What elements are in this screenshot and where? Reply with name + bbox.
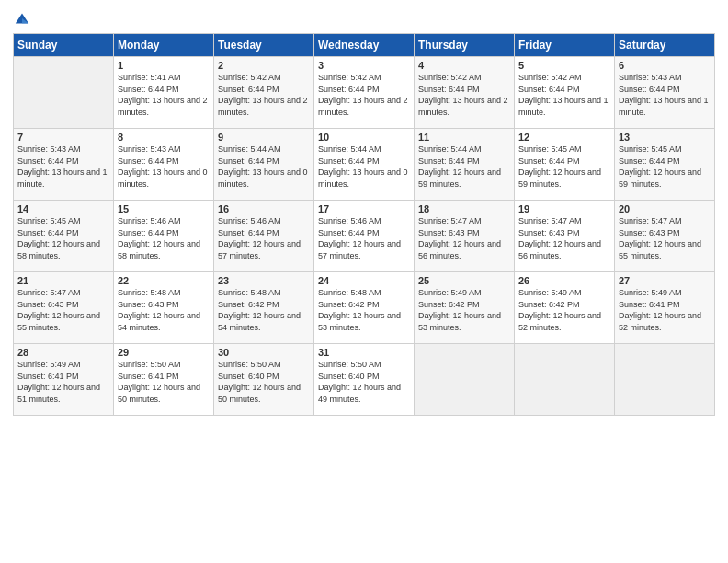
calendar-cell: 21 Sunrise: 5:47 AMSunset: 6:43 PMDaylig…	[14, 272, 114, 344]
day-number: 17	[318, 203, 410, 214]
weekday-header: Tuesday	[214, 34, 314, 57]
cell-text: Sunrise: 5:46 AMSunset: 6:44 PMDaylight:…	[118, 216, 200, 260]
cell-text: Sunrise: 5:42 AMSunset: 6:44 PMDaylight:…	[418, 73, 508, 117]
calendar-cell: 5 Sunrise: 5:42 AMSunset: 6:44 PMDayligh…	[515, 57, 615, 129]
calendar-cell: 3 Sunrise: 5:42 AMSunset: 6:44 PMDayligh…	[314, 57, 415, 129]
cell-text: Sunrise: 5:42 AMSunset: 6:44 PMDaylight:…	[518, 73, 609, 117]
weekday-header: Wednesday	[314, 34, 415, 57]
calendar-cell: 15 Sunrise: 5:46 AMSunset: 6:44 PMDaylig…	[114, 201, 214, 272]
calendar-cell: 31 Sunrise: 5:50 AMSunset: 6:40 PMDaylig…	[314, 344, 415, 416]
weekday-header: Friday	[515, 34, 615, 57]
day-number: 8	[118, 132, 210, 143]
weekday-header: Thursday	[415, 34, 515, 57]
cell-text: Sunrise: 5:45 AMSunset: 6:44 PMDaylight:…	[17, 216, 100, 260]
cell-text: Sunrise: 5:46 AMSunset: 6:44 PMDaylight:…	[318, 216, 401, 260]
cell-text: Sunrise: 5:45 AMSunset: 6:44 PMDaylight:…	[619, 144, 701, 189]
cell-text: Sunrise: 5:43 AMSunset: 6:44 PMDaylight:…	[619, 73, 709, 117]
calendar-cell: 20 Sunrise: 5:47 AMSunset: 6:43 PMDaylig…	[615, 201, 715, 272]
calendar-cell: 29 Sunrise: 5:50 AMSunset: 6:41 PMDaylig…	[114, 344, 214, 416]
cell-text: Sunrise: 5:48 AMSunset: 6:42 PMDaylight:…	[218, 288, 301, 332]
calendar-cell: 2 Sunrise: 5:42 AMSunset: 6:44 PMDayligh…	[214, 57, 314, 129]
weekday-header-row: SundayMondayTuesdayWednesdayThursdayFrid…	[14, 34, 715, 57]
calendar-cell: 4 Sunrise: 5:42 AMSunset: 6:44 PMDayligh…	[415, 57, 515, 129]
page-container: SundayMondayTuesdayWednesdayThursdayFrid…	[0, 0, 728, 425]
calendar-cell: 27 Sunrise: 5:49 AMSunset: 6:41 PMDaylig…	[615, 272, 715, 344]
cell-text: Sunrise: 5:44 AMSunset: 6:44 PMDaylight:…	[218, 144, 308, 189]
calendar-cell	[14, 57, 114, 129]
calendar-cell: 22 Sunrise: 5:48 AMSunset: 6:43 PMDaylig…	[114, 272, 214, 344]
day-number: 10	[318, 132, 410, 143]
calendar-cell: 19 Sunrise: 5:47 AMSunset: 6:43 PMDaylig…	[515, 201, 615, 272]
day-number: 31	[318, 347, 410, 358]
day-number: 4	[418, 60, 510, 71]
day-number: 22	[118, 275, 210, 286]
cell-text: Sunrise: 5:50 AMSunset: 6:41 PMDaylight:…	[118, 360, 200, 404]
cell-text: Sunrise: 5:47 AMSunset: 6:43 PMDaylight:…	[619, 216, 701, 260]
day-number: 28	[17, 347, 109, 358]
cell-text: Sunrise: 5:49 AMSunset: 6:42 PMDaylight:…	[418, 288, 501, 332]
day-number: 26	[518, 275, 610, 286]
calendar-week-row: 28 Sunrise: 5:49 AMSunset: 6:41 PMDaylig…	[14, 344, 715, 416]
cell-text: Sunrise: 5:49 AMSunset: 6:41 PMDaylight:…	[619, 288, 701, 332]
logo	[13, 9, 30, 28]
day-number: 18	[418, 203, 510, 214]
cell-text: Sunrise: 5:47 AMSunset: 6:43 PMDaylight:…	[17, 288, 100, 332]
day-number: 6	[619, 60, 711, 71]
calendar-cell: 24 Sunrise: 5:48 AMSunset: 6:42 PMDaylig…	[314, 272, 415, 344]
day-number: 20	[619, 203, 711, 214]
day-number: 9	[218, 132, 310, 143]
cell-text: Sunrise: 5:49 AMSunset: 6:41 PMDaylight:…	[17, 360, 100, 404]
weekday-header: Sunday	[14, 34, 114, 57]
day-number: 12	[518, 132, 610, 143]
calendar-cell	[415, 344, 515, 416]
weekday-header: Monday	[114, 34, 214, 57]
cell-text: Sunrise: 5:41 AMSunset: 6:44 PMDaylight:…	[118, 73, 208, 117]
day-number: 25	[418, 275, 510, 286]
calendar-cell: 10 Sunrise: 5:44 AMSunset: 6:44 PMDaylig…	[314, 129, 415, 201]
calendar-cell	[615, 344, 715, 416]
day-number: 21	[17, 275, 109, 286]
day-number: 19	[518, 203, 610, 214]
calendar-cell: 1 Sunrise: 5:41 AMSunset: 6:44 PMDayligh…	[114, 57, 214, 129]
cell-text: Sunrise: 5:48 AMSunset: 6:42 PMDaylight:…	[318, 288, 401, 332]
calendar-week-row: 1 Sunrise: 5:41 AMSunset: 6:44 PMDayligh…	[14, 57, 715, 129]
day-number: 11	[418, 132, 510, 143]
calendar-week-row: 7 Sunrise: 5:43 AMSunset: 6:44 PMDayligh…	[14, 129, 715, 201]
cell-text: Sunrise: 5:42 AMSunset: 6:44 PMDaylight:…	[218, 73, 308, 117]
calendar-cell: 30 Sunrise: 5:50 AMSunset: 6:40 PMDaylig…	[214, 344, 314, 416]
day-number: 2	[218, 60, 310, 71]
cell-text: Sunrise: 5:49 AMSunset: 6:42 PMDaylight:…	[518, 288, 601, 332]
calendar-cell: 23 Sunrise: 5:48 AMSunset: 6:42 PMDaylig…	[214, 272, 314, 344]
calendar-cell: 12 Sunrise: 5:45 AMSunset: 6:44 PMDaylig…	[515, 129, 615, 201]
cell-text: Sunrise: 5:45 AMSunset: 6:44 PMDaylight:…	[518, 144, 601, 189]
day-number: 1	[118, 60, 210, 71]
calendar-cell: 9 Sunrise: 5:44 AMSunset: 6:44 PMDayligh…	[214, 129, 314, 201]
calendar-cell: 28 Sunrise: 5:49 AMSunset: 6:41 PMDaylig…	[14, 344, 114, 416]
day-number: 23	[218, 275, 310, 286]
day-number: 29	[118, 347, 210, 358]
calendar-cell: 8 Sunrise: 5:43 AMSunset: 6:44 PMDayligh…	[114, 129, 214, 201]
cell-text: Sunrise: 5:48 AMSunset: 6:43 PMDaylight:…	[118, 288, 200, 332]
day-number: 27	[619, 275, 711, 286]
calendar-cell: 7 Sunrise: 5:43 AMSunset: 6:44 PMDayligh…	[14, 129, 114, 201]
calendar-cell: 6 Sunrise: 5:43 AMSunset: 6:44 PMDayligh…	[615, 57, 715, 129]
calendar-week-row: 14 Sunrise: 5:45 AMSunset: 6:44 PMDaylig…	[14, 201, 715, 272]
calendar-cell	[515, 344, 615, 416]
cell-text: Sunrise: 5:43 AMSunset: 6:44 PMDaylight:…	[118, 144, 208, 189]
calendar-cell: 25 Sunrise: 5:49 AMSunset: 6:42 PMDaylig…	[415, 272, 515, 344]
cell-text: Sunrise: 5:50 AMSunset: 6:40 PMDaylight:…	[318, 360, 401, 404]
day-number: 16	[218, 203, 310, 214]
calendar-cell: 26 Sunrise: 5:49 AMSunset: 6:42 PMDaylig…	[515, 272, 615, 344]
calendar-week-row: 21 Sunrise: 5:47 AMSunset: 6:43 PMDaylig…	[14, 272, 715, 344]
day-number: 24	[318, 275, 410, 286]
cell-text: Sunrise: 5:44 AMSunset: 6:44 PMDaylight:…	[418, 144, 501, 189]
cell-text: Sunrise: 5:42 AMSunset: 6:44 PMDaylight:…	[318, 73, 408, 117]
cell-text: Sunrise: 5:46 AMSunset: 6:44 PMDaylight:…	[218, 216, 301, 260]
calendar-cell: 13 Sunrise: 5:45 AMSunset: 6:44 PMDaylig…	[615, 129, 715, 201]
cell-text: Sunrise: 5:44 AMSunset: 6:44 PMDaylight:…	[318, 144, 408, 189]
cell-text: Sunrise: 5:47 AMSunset: 6:43 PMDaylight:…	[518, 216, 601, 260]
calendar-cell: 16 Sunrise: 5:46 AMSunset: 6:44 PMDaylig…	[214, 201, 314, 272]
day-number: 7	[17, 132, 109, 143]
day-number: 15	[118, 203, 210, 214]
day-number: 14	[17, 203, 109, 214]
